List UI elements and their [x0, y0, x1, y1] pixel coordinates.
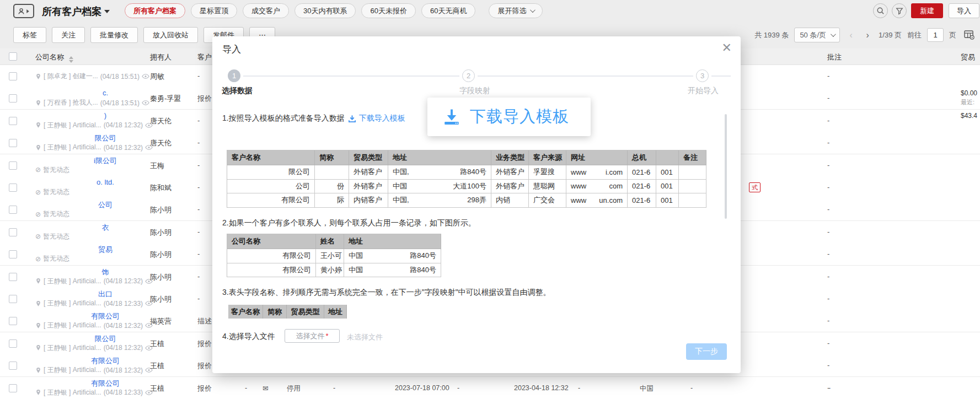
bulk-action-button-2[interactable]: 关注	[52, 27, 85, 43]
stage-cell: -	[197, 183, 212, 191]
new-button[interactable]: 新建	[911, 3, 943, 18]
owner-cell: 王植	[150, 361, 164, 371]
row-checkbox[interactable]	[9, 339, 17, 348]
sample-table1-cell: wwwun.com	[566, 193, 628, 208]
select-all-checkbox[interactable]	[9, 52, 17, 61]
cell-left: 001	[661, 182, 673, 190]
expand-filter-button[interactable]: 展开筛选	[489, 3, 543, 18]
column-settings-button[interactable]	[962, 29, 976, 42]
sample-table1-cell: 限公司	[227, 165, 315, 180]
filter-pill-6[interactable]: 60天无商机	[421, 3, 475, 18]
row-checkbox[interactable]	[9, 273, 17, 281]
filter-pill-5[interactable]: 60天未报价	[361, 3, 415, 18]
notes-cell: -	[827, 94, 840, 102]
cell-left: 慧聪网	[533, 181, 555, 191]
sample-table1-cell: 慧聪网	[529, 180, 566, 194]
row-checkbox[interactable]	[9, 72, 17, 80]
tooltip-text: 下载导入模板	[470, 106, 569, 128]
row-checkbox[interactable]	[9, 206, 17, 214]
row-checkbox[interactable]	[9, 139, 17, 147]
sample-table1-cell: 001	[656, 180, 679, 194]
sort-icon[interactable]	[69, 56, 73, 63]
next-step-button[interactable]: 下一步	[686, 343, 727, 360]
row-activity: ⊘暂无动态	[35, 187, 69, 197]
filter-pill-3[interactable]: 成交客户	[243, 3, 289, 18]
filter-button[interactable]	[892, 3, 907, 18]
company-header-label: 公司名称	[35, 53, 64, 61]
bulk-action-button-1[interactable]: 标签	[13, 27, 46, 43]
owner-cell: 周敏	[150, 72, 164, 82]
row-activity: [ 王静银 ] Artificial...(04/18 12:32)	[35, 143, 153, 152]
row-checkbox[interactable]	[9, 295, 17, 303]
owner-cell: 陈小明	[150, 250, 172, 260]
row-checkbox[interactable]	[9, 362, 17, 370]
download-icon-large	[442, 107, 462, 127]
row-checkbox[interactable]	[9, 94, 17, 103]
instruction-1-text: 1.按照导入模板的格式准备导入数据	[222, 114, 345, 123]
detail-cell: 停用	[287, 384, 301, 393]
sample-table1-header	[656, 150, 679, 165]
goto-page-input[interactable]	[927, 28, 944, 42]
download-template-tooltip[interactable]: 下载导入模板	[427, 98, 591, 136]
bulk-action-button-3[interactable]: 批量修改	[90, 27, 138, 43]
owner-cell: 陈小明	[150, 294, 172, 304]
stage-cell: -	[197, 272, 212, 281]
page-size-select[interactable]: 50 条/页	[794, 28, 840, 42]
choose-file-button[interactable]: 选择文件 *	[285, 329, 340, 343]
activity-text: 暂无动态	[43, 232, 69, 241]
activity-text: [ 王静银 ] Artificial...	[44, 343, 101, 353]
activity-time: (04/18 12:32)	[104, 322, 143, 330]
row-checkbox[interactable]	[9, 184, 17, 192]
modal-scrollbar[interactable]	[725, 114, 727, 219]
cell-left: 021-6	[632, 196, 650, 204]
close-icon[interactable]: ✕	[722, 42, 732, 54]
file-placeholder: 未选择文件	[347, 332, 383, 342]
cell-left: 001	[661, 168, 673, 176]
instruction-1: 1.按照导入模板的格式准备导入数据 下载导入模板	[222, 114, 405, 123]
column-header-company[interactable]: 公司名称	[35, 52, 73, 63]
sample-table1-cell: 孚盟搜	[529, 165, 566, 180]
search-button[interactable]	[873, 3, 888, 18]
step-1-label: 选择数据	[222, 86, 253, 96]
no-activity-icon: ⊘	[35, 233, 41, 240]
activity-text: 暂无动态	[43, 209, 69, 219]
expand-right-icon	[26, 9, 30, 14]
next-page-button[interactable]: ›	[862, 30, 873, 40]
cell-right: un.com	[599, 196, 623, 204]
download-icon	[348, 115, 356, 123]
filter-pill-2[interactable]: 星标置顶	[191, 3, 237, 18]
step-connector	[711, 76, 731, 77]
stage-cell: -	[197, 250, 212, 258]
sample-table2-cell: 黄小婷	[316, 263, 344, 278]
pin-icon	[35, 367, 41, 374]
amount-cell: $43.4	[961, 112, 977, 120]
sample-table2-row: 有限公司黄小婷中国路840号	[227, 263, 441, 278]
row-checkbox[interactable]	[9, 228, 17, 236]
row-checkbox[interactable]	[9, 317, 17, 325]
activity-text: [ 王静银 ] Artificial...	[44, 321, 101, 330]
dialog-title: 导入	[222, 43, 241, 56]
filter-pill-4[interactable]: 30天内有联系	[294, 3, 356, 18]
notes-cell: -	[827, 250, 840, 258]
prev-page-button[interactable]: ‹	[845, 30, 856, 40]
sample-table2-header: 公司名称	[227, 234, 316, 249]
detail-cell: -	[828, 384, 831, 392]
page-title[interactable]: 所有客户档案	[42, 5, 110, 18]
activity-text: [ 王静银 ] Artificial...	[44, 277, 101, 286]
row-activity: [ 王静银 ] Artificial...(04/18 12:32)	[35, 321, 153, 330]
download-template-link[interactable]: 下载导入模板	[348, 114, 405, 123]
table-row[interactable]: 有限公司[ 王静银 ] Artificial...(04/18 12:33)王植…	[0, 377, 980, 399]
owner-cell: 陈小明	[150, 272, 172, 282]
sample-table1-cell: 中国,298弄	[388, 193, 491, 208]
row-checkbox[interactable]	[9, 384, 17, 392]
row-activity: ⊘暂无动态	[35, 232, 69, 241]
row-checkbox[interactable]	[9, 161, 17, 170]
notes-cell: -	[827, 116, 840, 125]
import-button[interactable]: 导入	[949, 3, 979, 18]
bulk-action-button-4[interactable]: 放入回收站	[143, 27, 198, 43]
filter-pill-1[interactable]: 所有客户档案	[125, 3, 185, 18]
user-avatar-button[interactable]	[13, 4, 34, 18]
cell-left: 黄小婷	[320, 265, 342, 275]
row-checkbox[interactable]	[9, 250, 17, 258]
row-checkbox[interactable]	[9, 117, 17, 125]
